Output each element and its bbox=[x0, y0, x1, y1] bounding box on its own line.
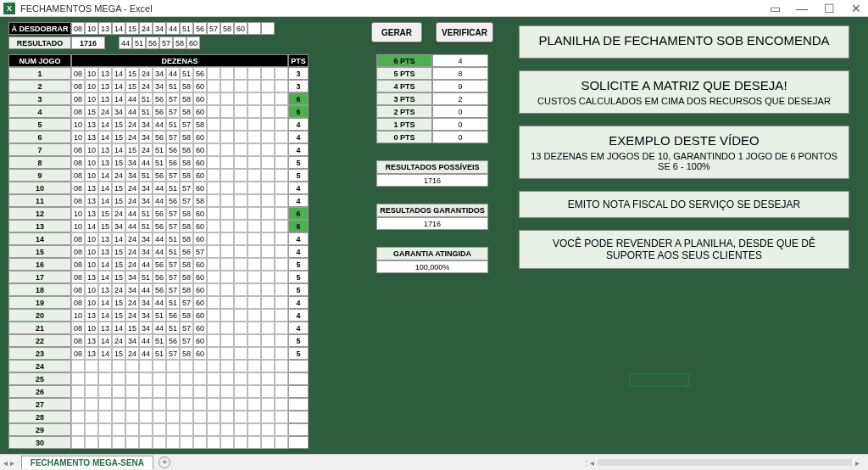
dezena-cell[interactable] bbox=[248, 411, 261, 423]
dezena-cell[interactable] bbox=[234, 207, 248, 220]
dezena-cell[interactable]: 60 bbox=[193, 258, 207, 271]
dezena-cell[interactable]: 14 bbox=[112, 232, 125, 245]
dezena-cell[interactable] bbox=[261, 220, 275, 232]
dezena-cell[interactable] bbox=[85, 385, 98, 398]
dezena-cell[interactable] bbox=[248, 283, 261, 296]
dezena-cell[interactable] bbox=[125, 360, 139, 372]
dezena-cell[interactable] bbox=[112, 398, 125, 411]
dezena-cell[interactable] bbox=[234, 220, 248, 232]
dezena-cell[interactable] bbox=[248, 398, 261, 411]
dezena-cell[interactable] bbox=[220, 271, 234, 283]
dezena-cell[interactable]: 58 bbox=[180, 156, 193, 169]
dezena-cell[interactable]: 34 bbox=[139, 194, 153, 207]
dezena-cell[interactable]: 60 bbox=[193, 80, 207, 92]
dezena-cell[interactable] bbox=[248, 436, 261, 449]
dezena-cell[interactable] bbox=[248, 67, 261, 80]
add-sheet-button[interactable]: + bbox=[159, 456, 170, 468]
dezena-cell[interactable] bbox=[261, 194, 275, 207]
dezena-cell[interactable]: 24 bbox=[112, 283, 125, 296]
dezena-cell[interactable] bbox=[275, 296, 288, 309]
dezena-cell[interactable] bbox=[207, 220, 220, 232]
dezena-cell[interactable]: 24 bbox=[125, 245, 139, 258]
resultado-cell[interactable]: 57 bbox=[159, 36, 173, 49]
dezena-cell[interactable] bbox=[220, 372, 234, 385]
dezena-cell[interactable]: 24 bbox=[139, 67, 153, 80]
dezena-cell[interactable]: 10 bbox=[85, 67, 98, 80]
dezena-cell[interactable]: 10 bbox=[85, 80, 98, 92]
dezena-cell[interactable]: 56 bbox=[166, 194, 180, 207]
dezena-cell[interactable]: 24 bbox=[125, 232, 139, 245]
dezena-cell[interactable] bbox=[207, 411, 220, 423]
dezena-cell[interactable]: 44 bbox=[153, 245, 166, 258]
dezena-cell[interactable] bbox=[261, 143, 275, 156]
dezena-cell[interactable] bbox=[220, 220, 234, 232]
dezena-cell[interactable] bbox=[248, 131, 261, 143]
dezena-cell[interactable]: 57 bbox=[193, 245, 207, 258]
dezena-cell[interactable] bbox=[180, 385, 193, 398]
dezena-cell[interactable]: 14 bbox=[112, 80, 125, 92]
dezena-cell[interactable]: 34 bbox=[139, 232, 153, 245]
dezena-cell[interactable] bbox=[153, 385, 166, 398]
dezena-cell[interactable] bbox=[112, 436, 125, 449]
dezena-cell[interactable] bbox=[248, 92, 261, 105]
dezena-cell[interactable] bbox=[220, 80, 234, 92]
dezena-cell[interactable] bbox=[207, 131, 220, 143]
dezena-cell[interactable] bbox=[71, 372, 85, 385]
dezena-cell[interactable]: 08 bbox=[71, 296, 85, 309]
resultado-count[interactable]: 1716 bbox=[71, 36, 105, 49]
dezena-cell[interactable]: 08 bbox=[71, 80, 85, 92]
dezena-cell[interactable]: 13 bbox=[85, 131, 98, 143]
dezena-cell[interactable] bbox=[207, 322, 220, 334]
dezena-cell[interactable] bbox=[248, 207, 261, 220]
dezena-cell[interactable]: 14 bbox=[98, 347, 112, 360]
dezena-cell[interactable] bbox=[207, 156, 220, 169]
dezena-cell[interactable] bbox=[180, 372, 193, 385]
dezena-cell[interactable]: 58 bbox=[180, 207, 193, 220]
dezena-cell[interactable] bbox=[207, 143, 220, 156]
dezena-cell[interactable]: 13 bbox=[85, 182, 98, 194]
dezena-cell[interactable]: 10 bbox=[71, 131, 85, 143]
dezena-cell[interactable] bbox=[139, 385, 153, 398]
dezena-cell[interactable] bbox=[275, 105, 288, 118]
dezena-cell[interactable] bbox=[153, 423, 166, 436]
dezena-cell[interactable]: 57 bbox=[166, 131, 180, 143]
dezena-cell[interactable] bbox=[139, 372, 153, 385]
ribbon-options-icon[interactable]: ▭ bbox=[766, 2, 783, 15]
dezena-cell[interactable]: 51 bbox=[166, 232, 180, 245]
dezena-cell[interactable]: 44 bbox=[125, 207, 139, 220]
dezena-cell[interactable]: 56 bbox=[153, 271, 166, 283]
dezena-cell[interactable] bbox=[275, 92, 288, 105]
dezena-cell[interactable] bbox=[261, 385, 275, 398]
dezena-cell[interactable] bbox=[193, 411, 207, 423]
dezena-cell[interactable]: 44 bbox=[125, 92, 139, 105]
dezena-cell[interactable] bbox=[261, 334, 275, 347]
dezena-cell[interactable]: 15 bbox=[112, 194, 125, 207]
dezena-cell[interactable] bbox=[207, 105, 220, 118]
dezena-cell[interactable] bbox=[248, 309, 261, 322]
dezena-cell[interactable] bbox=[234, 296, 248, 309]
dezena-cell[interactable] bbox=[98, 411, 112, 423]
dezena-cell[interactable] bbox=[112, 360, 125, 372]
dezena-cell[interactable] bbox=[234, 118, 248, 131]
verificar-button[interactable]: VERIFICAR bbox=[436, 22, 493, 42]
dezena-cell[interactable]: 08 bbox=[71, 105, 85, 118]
dezena-cell[interactable] bbox=[85, 360, 98, 372]
dezena-cell[interactable]: 08 bbox=[71, 156, 85, 169]
dezena-cell[interactable]: 60 bbox=[193, 105, 207, 118]
dezena-cell[interactable]: 51 bbox=[153, 334, 166, 347]
dezena-cell[interactable] bbox=[193, 436, 207, 449]
dezena-cell[interactable]: 44 bbox=[153, 232, 166, 245]
dezena-cell[interactable] bbox=[248, 347, 261, 360]
dezena-cell[interactable]: 13 bbox=[98, 143, 112, 156]
dezena-cell[interactable] bbox=[220, 423, 234, 436]
dezena-cell[interactable] bbox=[275, 232, 288, 245]
dezena-cell[interactable]: 56 bbox=[153, 258, 166, 271]
dezena-cell[interactable]: 56 bbox=[153, 131, 166, 143]
dezena-cell[interactable] bbox=[220, 309, 234, 322]
dezena-cell[interactable] bbox=[220, 360, 234, 372]
dezena-cell[interactable] bbox=[207, 258, 220, 271]
dezena-cell[interactable]: 56 bbox=[153, 169, 166, 182]
dezena-cell[interactable]: 60 bbox=[193, 220, 207, 232]
dezena-cell[interactable]: 13 bbox=[98, 80, 112, 92]
dezena-cell[interactable] bbox=[275, 194, 288, 207]
